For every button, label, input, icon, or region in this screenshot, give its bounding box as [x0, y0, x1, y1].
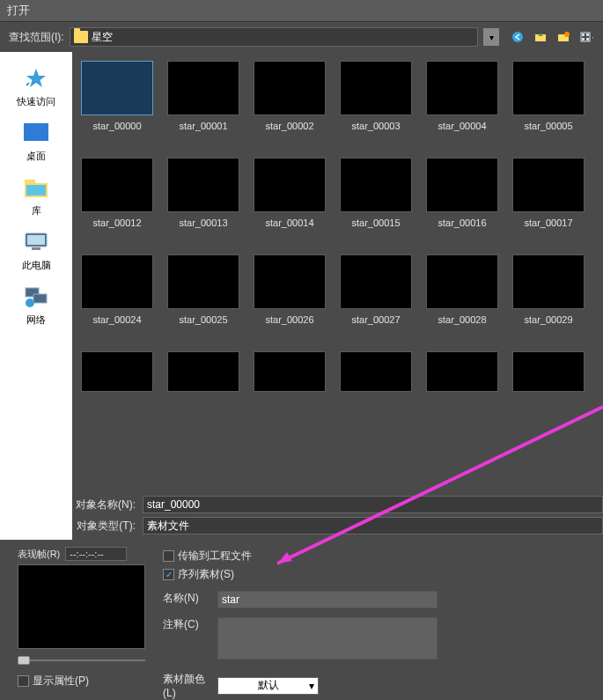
lookup-bar: 查找范围(I): 星空 ▾ ▾: [0, 22, 603, 52]
sidebar-desktop[interactable]: 桌面: [20, 117, 52, 165]
view-menu-icon[interactable]: ▾: [578, 29, 594, 45]
file-item[interactable]: star_00016: [426, 158, 498, 228]
new-folder-icon[interactable]: [555, 29, 571, 45]
file-item[interactable]: [254, 351, 326, 392]
sequence-label: 序列素材(S): [178, 567, 234, 582]
svg-rect-16: [32, 247, 40, 250]
lookup-label: 查找范围(I):: [9, 30, 64, 45]
sidebar-network[interactable]: 网络: [20, 281, 52, 328]
file-item[interactable]: star_00017: [512, 158, 585, 228]
object-type-select[interactable]: 素材文件: [143, 517, 603, 534]
svg-point-0: [512, 32, 523, 42]
sidebar-item-label: 网络: [26, 313, 46, 327]
color-label: 素材颜色(L): [163, 672, 212, 699]
file-item[interactable]: [426, 351, 498, 392]
object-type-label: 对象类型(T):: [72, 519, 139, 534]
transfer-checkbox[interactable]: [163, 550, 174, 562]
sidebar-item-label: 桌面: [26, 150, 46, 163]
svg-point-3: [564, 32, 570, 37]
file-item[interactable]: star_00005: [512, 61, 585, 131]
svg-rect-18: [33, 294, 47, 303]
file-browser-grid: star_00000 star_00001 star_00002 star_00…: [72, 52, 603, 490]
show-attr-checkbox[interactable]: [18, 675, 29, 687]
material-name-label: 名称(N): [163, 591, 212, 606]
sidebar-item-label: 快速访问: [17, 95, 55, 108]
file-item[interactable]: star_00000: [81, 61, 153, 131]
svg-rect-8: [586, 38, 589, 41]
folder-path-select[interactable]: 星空: [70, 27, 478, 47]
svg-rect-12: [25, 180, 35, 184]
sidebar-item-label: 此电脑: [22, 259, 51, 272]
file-item[interactable]: [512, 351, 585, 392]
svg-rect-15: [27, 235, 45, 245]
file-item[interactable]: [340, 351, 412, 392]
show-attr-label: 显示属性(P): [33, 674, 89, 689]
desktop-icon: [22, 119, 50, 147]
svg-rect-5: [582, 33, 585, 36]
svg-rect-10: [24, 123, 48, 141]
svg-rect-13: [26, 185, 46, 195]
file-item[interactable]: [167, 351, 239, 392]
computer-icon: [22, 228, 50, 256]
comment-textarea[interactable]: [217, 617, 438, 659]
file-item[interactable]: star_00024: [81, 254, 153, 325]
network-icon: [22, 283, 50, 311]
file-item[interactable]: star_00029: [512, 254, 585, 325]
file-item[interactable]: star_00001: [167, 61, 239, 131]
svg-text:▾: ▾: [592, 34, 593, 42]
comment-label: 注释(C): [163, 617, 212, 632]
color-select[interactable]: 默认: [217, 677, 319, 695]
file-item[interactable]: star_00004: [426, 61, 498, 131]
library-icon: [22, 173, 50, 202]
preview-box: [18, 564, 145, 649]
file-item[interactable]: star_00028: [426, 254, 498, 325]
folder-icon: [74, 31, 88, 43]
file-item[interactable]: star_00025: [167, 254, 239, 325]
material-name-input[interactable]: [217, 591, 438, 608]
object-name-label: 对象名称(N):: [72, 497, 139, 512]
file-item[interactable]: star_00003: [340, 61, 412, 131]
toolbar-icons: ▾: [504, 29, 594, 45]
svg-rect-7: [582, 38, 585, 41]
object-name-input[interactable]: [143, 496, 603, 513]
path-dropdown-button[interactable]: ▾: [483, 28, 499, 46]
file-item[interactable]: star_00015: [340, 158, 412, 228]
window-title: 打开: [0, 0, 603, 22]
sidebar-quick-access[interactable]: 快速访问: [15, 63, 57, 110]
frame-slider[interactable]: [18, 654, 145, 667]
svg-point-19: [26, 298, 34, 307]
sidebar-this-pc[interactable]: 此电脑: [20, 226, 53, 274]
file-item[interactable]: star_00012: [81, 158, 153, 228]
sidebar-item-label: 库: [32, 204, 41, 217]
file-item[interactable]: star_00014: [254, 158, 326, 228]
file-item[interactable]: star_00026: [254, 254, 326, 325]
up-folder-icon[interactable]: [533, 29, 548, 45]
sidebar-library[interactable]: 库: [20, 172, 52, 219]
file-item[interactable]: star_00002: [254, 61, 326, 131]
back-icon[interactable]: [510, 29, 526, 45]
quick-access-icon: [22, 64, 50, 92]
transfer-label: 传输到工程文件: [178, 549, 252, 564]
sequence-checkbox[interactable]: [163, 569, 174, 580]
time-display: --:--:--:--: [65, 547, 127, 561]
frame-label: 表现帧(R): [18, 548, 60, 561]
file-item[interactable]: star_00013: [167, 158, 239, 228]
folder-path-text: 星空: [92, 30, 474, 45]
svg-rect-6: [586, 33, 589, 36]
file-item[interactable]: [81, 351, 153, 392]
file-item[interactable]: star_00027: [340, 254, 412, 325]
